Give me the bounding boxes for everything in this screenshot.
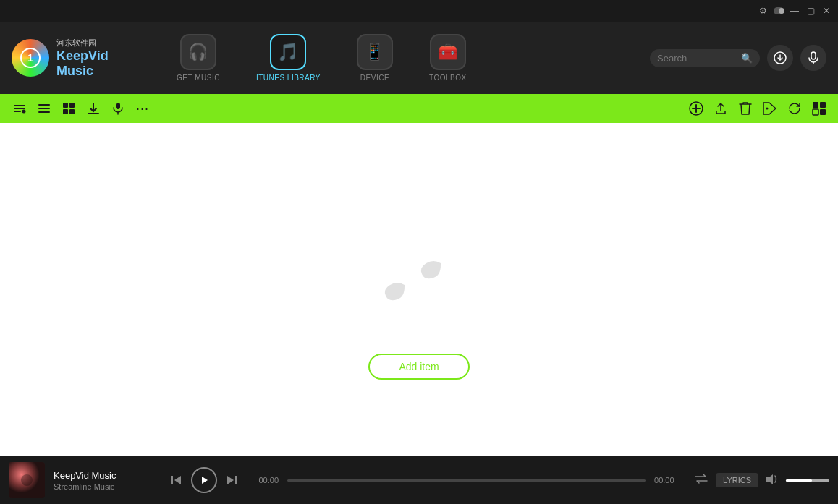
svg-rect-15 [69,103,75,108]
tab-device[interactable]: 📱 DEVICE [339,27,410,89]
svg-rect-32 [235,476,237,484]
player-bar: KeepVid Music Streamline Music 00:00 00:… [0,456,838,504]
svg-point-24 [766,108,769,110]
svg-rect-17 [69,109,75,114]
time-end: 00:00 [654,476,680,484]
toolbar-right [686,98,829,119]
logo-icon: 1 [12,39,49,77]
tab-itunes-library-label: ITUNES LIBRARY [256,74,321,82]
mic-btn[interactable] [800,45,826,71]
toolbar-tag-btn[interactable] [760,98,780,119]
svg-rect-14 [63,103,68,108]
svg-point-30 [21,474,33,486]
toolbar-playlist-btn[interactable] [33,98,55,119]
toolbar-view-toggle-btn[interactable] [809,98,829,119]
minimize-btn[interactable]: — [789,5,800,17]
toolbar-download-btn[interactable] [82,98,104,119]
play-btn[interactable] [191,467,217,493]
svg-rect-27 [813,109,818,115]
svg-text:1: 1 [27,52,33,64]
tab-get-music-label: GET MUSIC [177,74,220,82]
svg-point-10 [22,110,26,114]
logo-title: KeepVid Music [56,48,140,79]
toolbar: ··· [0,94,838,123]
svg-rect-19 [116,103,120,109]
track-info: KeepVid Music Streamline Music [54,470,155,491]
volume-fill [786,479,812,482]
svg-rect-16 [63,109,68,114]
logo-text: 河东软件园 KeepVid Music [56,38,140,79]
settings-btn[interactable]: ⚙ [757,5,769,17]
toolbar-music-btn[interactable] [9,98,30,119]
svg-rect-12 [38,108,50,109]
tab-toolbox[interactable]: 🧰 TOOLBOX [412,27,484,89]
logo-subtitle: 河东软件园 [56,38,140,48]
svg-rect-7 [14,105,25,106]
prev-btn[interactable] [171,474,182,486]
lyrics-btn[interactable]: LYRICS [716,473,758,487]
maximize-btn[interactable]: ▢ [805,5,816,17]
repeat-btn[interactable] [694,472,708,488]
svg-rect-11 [38,104,50,106]
svg-rect-8 [14,108,25,109]
tab-toolbox-label: TOOLBOX [429,74,467,82]
player-right: LYRICS [694,472,829,488]
svg-rect-28 [820,109,826,115]
svg-rect-25 [813,102,818,108]
svg-rect-31 [171,476,173,484]
device-icon: 📱 [357,34,393,70]
toolbar-refresh-btn[interactable] [784,98,805,119]
tab-itunes-library[interactable]: 🎵 ITUNES LIBRARY [239,27,338,89]
itunes-library-icon: 🎵 [270,34,306,70]
toolbar-more-btn[interactable]: ··· [132,98,153,119]
get-music-icon: 🎧 [180,34,216,70]
toolbar-mic-btn[interactable] [107,98,129,119]
album-art [9,462,45,498]
volume-icon[interactable] [766,474,779,487]
header-right: 🔍 [638,45,838,71]
toolbar-grid-btn[interactable] [58,98,80,119]
toolbar-delete-btn[interactable] [735,98,756,119]
track-title: KeepVid Music [54,470,155,481]
time-current: 00:00 [253,476,279,484]
add-item-button[interactable]: Add item [368,354,469,380]
svg-rect-26 [820,102,826,108]
svg-rect-5 [811,52,816,59]
next-btn[interactable] [226,474,237,486]
svg-rect-9 [14,111,21,112]
tab-device-label: DEVICE [360,74,389,82]
progress-bar[interactable] [287,479,646,482]
toolbar-add-btn[interactable] [686,98,706,119]
search-icon[interactable]: 🔍 [741,53,753,64]
nav-tabs: 🎧 GET MUSIC 🎵 ITUNES LIBRARY 📱 DEVICE 🧰 … [152,27,638,89]
player-controls [171,467,237,493]
svg-rect-13 [38,111,50,113]
close-btn[interactable]: ✕ [821,5,832,17]
tab-get-music[interactable]: 🎧 GET MUSIC [159,27,237,89]
volume-slider[interactable] [786,479,829,482]
track-subtitle: Streamline Music [54,482,155,491]
title-bar: ⚙ — ▢ ✕ [0,0,838,22]
logo-area: 1 河东软件园 KeepVid Music [0,38,152,79]
download-btn[interactable] [767,45,793,71]
header: 1 河东软件园 KeepVid Music 🎧 GET MUSIC 🎵 ITUN… [0,22,838,94]
empty-music-icon [361,200,477,339]
toolbox-icon: 🧰 [430,34,466,70]
toggle-btn[interactable] [773,5,784,17]
search-box: 🔍 [650,49,760,67]
toolbar-export-btn[interactable] [711,98,731,119]
main-content: Add item [0,123,838,456]
search-input[interactable] [657,53,737,64]
